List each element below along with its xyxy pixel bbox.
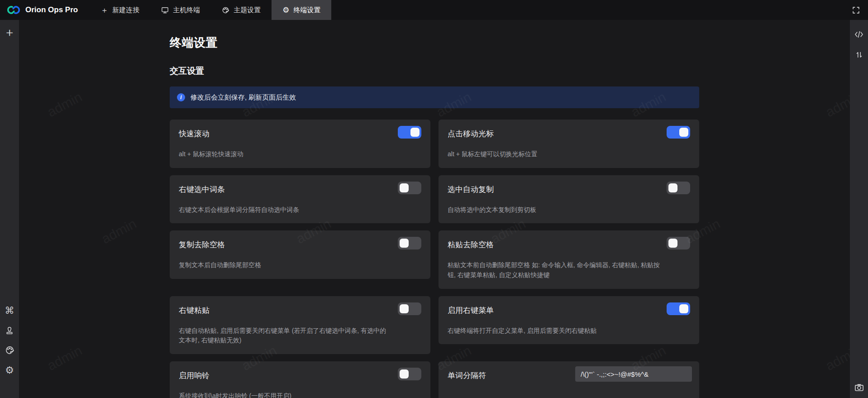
- code-icon[interactable]: [854, 31, 863, 38]
- setting-desc: alt + 鼠标滚轮快速滚动: [179, 149, 391, 159]
- toggle-switch[interactable]: [667, 302, 690, 315]
- toggle-knob: [410, 128, 420, 137]
- notice-banner: i 修改后会立刻保存, 刷新页面后生效: [170, 86, 699, 108]
- toggle-knob: [679, 128, 688, 137]
- setting-title: 快速滚动: [179, 127, 421, 139]
- toggle-switch[interactable]: [398, 368, 421, 380]
- setting-desc: 右键终端将打开自定义菜单, 启用后需要关闭右键粘贴: [448, 326, 660, 336]
- setting-title: 右键粘贴: [179, 304, 421, 316]
- gear-icon: ⚙: [282, 6, 289, 14]
- left-sidebar: ＋ ⌘ ⚙: [0, 20, 19, 398]
- fullscreen-icon[interactable]: [852, 6, 860, 14]
- setting-desc: 复制文本后自动删除尾部空格: [179, 260, 391, 270]
- monitor-icon: [161, 6, 169, 14]
- add-icon[interactable]: ＋: [4, 26, 15, 38]
- section-title: 交互设置: [170, 65, 699, 77]
- main-content: adminadminadminadminadminadminadminadmin…: [19, 20, 850, 398]
- toggle-switch[interactable]: [398, 126, 421, 139]
- brand: Orion Ops Pro: [0, 0, 90, 20]
- setting-card-context-menu: 启用右键菜单 右键终端将打开自定义菜单, 启用后需要关闭右键粘贴: [439, 296, 699, 345]
- setting-title: 点击移动光标: [448, 127, 690, 139]
- setting-title: 复制去除空格: [179, 238, 421, 250]
- toggle-switch[interactable]: [398, 237, 421, 249]
- tab-label: 主机终端: [173, 6, 200, 14]
- settings-grid: 快速滚动 alt + 鼠标滚轮快速滚动 点击移动光标 alt + 鼠标左键可以切…: [170, 120, 699, 398]
- setting-card-rclick-paste: 右键粘贴 右键自动粘贴, 启用后需要关闭右键菜单 (若开启了右键选中词条, 有选…: [170, 296, 430, 354]
- toggle-knob: [400, 183, 409, 192]
- command-icon[interactable]: ⌘: [5, 306, 14, 316]
- nav-tabs: ＋ 新建连接 主机终端 主题设置: [90, 0, 331, 20]
- screenshot-camera-icon[interactable]: [854, 383, 864, 392]
- tab-theme-settings[interactable]: 主题设置: [211, 0, 272, 20]
- settings-gear-icon[interactable]: ⚙: [5, 365, 14, 375]
- app-logo-icon: [6, 5, 21, 15]
- toggle-knob: [679, 304, 688, 313]
- setting-desc: 粘贴文本前自动删除尾部空格 如: 命令输入框, 命令编辑器, 右键粘贴, 粘贴按…: [448, 260, 660, 280]
- setting-desc: 自动将选中的文本复制到剪切板: [448, 205, 660, 215]
- toggle-knob: [400, 304, 409, 313]
- tab-label: 新建连接: [112, 6, 139, 14]
- setting-desc: alt + 鼠标左键可以切换光标位置: [448, 149, 660, 159]
- watermark-text: admin: [45, 343, 85, 374]
- plus-icon: ＋: [100, 6, 108, 14]
- notice-text: 修改后会立刻保存, 刷新页面后生效: [191, 93, 296, 102]
- setting-desc: 系统接收到\a时发出响铃 (一般不用开启): [179, 391, 391, 398]
- toggle-switch[interactable]: [667, 126, 690, 139]
- watermark-text: admin: [823, 343, 850, 374]
- toggle-switch[interactable]: [667, 182, 690, 194]
- setting-title: 粘贴去除空格: [448, 238, 690, 250]
- tab-new-connection[interactable]: ＋ 新建连接: [90, 0, 150, 20]
- theme-palette-icon[interactable]: [5, 345, 14, 355]
- setting-card-paste-trim: 粘贴去除空格 粘贴文本前自动删除尾部空格 如: 命令输入框, 命令编辑器, 右键…: [439, 230, 699, 288]
- watermark-text: admin: [99, 216, 139, 247]
- tab-terminal-settings[interactable]: ⚙ 终端设置: [272, 0, 331, 20]
- toggle-knob: [400, 369, 409, 379]
- toggle-switch[interactable]: [667, 237, 690, 249]
- toggle-switch[interactable]: [398, 302, 421, 315]
- setting-card-copy-trim: 复制去除空格 复制文本后自动删除尾部空格: [170, 230, 430, 279]
- setting-title: 右键选中词条: [179, 183, 421, 195]
- sort-arrows-icon[interactable]: [855, 51, 863, 59]
- toggle-switch[interactable]: [398, 182, 421, 194]
- watermark-text: admin: [45, 89, 85, 120]
- right-sidebar: [850, 20, 868, 398]
- stamp-icon[interactable]: [5, 326, 14, 335]
- setting-title: 启用响铃: [179, 369, 421, 381]
- watermark-text: admin: [823, 89, 850, 120]
- setting-card-rclick-select-word: 右键选中词条 右键文本后会根据单词分隔符自动选中词条: [170, 175, 430, 224]
- word-separator-input[interactable]: [575, 366, 692, 382]
- setting-card-bell: 启用响铃 系统接收到\a时发出响铃 (一般不用开启): [170, 361, 430, 398]
- setting-desc: 右键文本后会根据单词分隔符自动选中词条: [179, 205, 391, 215]
- app-title: Orion Ops Pro: [25, 5, 78, 14]
- setting-card-word-separator: 单词分隔符: [439, 361, 699, 398]
- info-icon: i: [177, 93, 185, 101]
- setting-card-click-move-cursor: 点击移动光标 alt + 鼠标左键可以切换光标位置: [439, 120, 699, 168]
- tab-label: 终端设置: [293, 6, 320, 14]
- setting-title: 启用右键菜单: [448, 304, 690, 316]
- tab-label: 主题设置: [234, 6, 261, 14]
- top-bar: Orion Ops Pro ＋ 新建连接 主机终端: [0, 0, 868, 20]
- palette-icon: [222, 6, 229, 14]
- setting-title: 选中自动复制: [448, 183, 690, 195]
- setting-card-fast-scroll: 快速滚动 alt + 鼠标滚轮快速滚动: [170, 120, 430, 168]
- page-title: 终端设置: [170, 35, 699, 51]
- toggle-knob: [400, 239, 409, 248]
- setting-desc: 右键自动粘贴, 启用后需要关闭右键菜单 (若开启了右键选中词条, 有选中的文本时…: [179, 326, 391, 345]
- toggle-knob: [668, 239, 677, 248]
- toggle-knob: [668, 183, 677, 192]
- tab-host-terminal[interactable]: 主机终端: [150, 0, 211, 20]
- setting-card-auto-copy: 选中自动复制 自动将选中的文本复制到剪切板: [439, 175, 699, 224]
